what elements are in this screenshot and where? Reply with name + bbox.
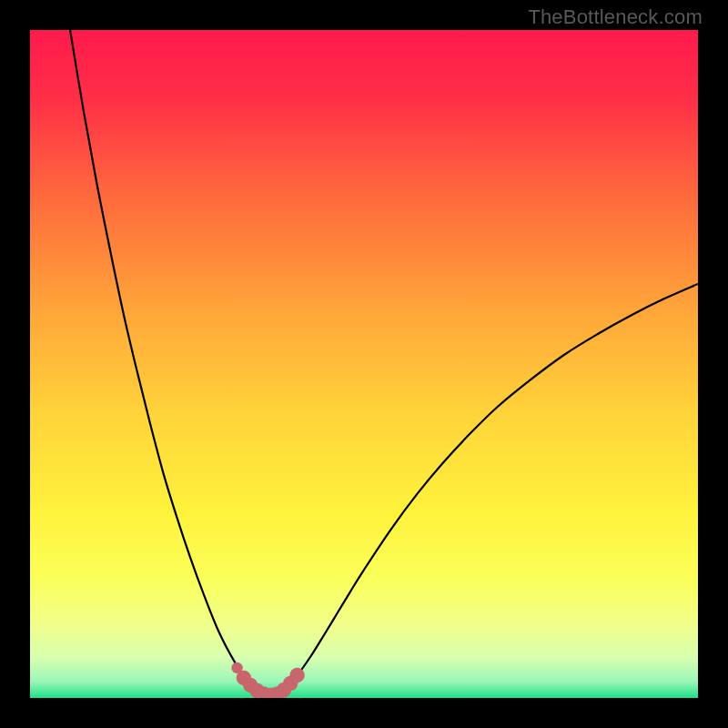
chart-frame: TheBottleneck.com [0, 0, 728, 728]
watermark-text: TheBottleneck.com [528, 5, 703, 29]
curve-markers [231, 662, 304, 698]
curve-line [70, 30, 698, 695]
plot-area [30, 30, 698, 698]
bottleneck-curve [30, 30, 698, 698]
curve-marker [289, 668, 304, 682]
